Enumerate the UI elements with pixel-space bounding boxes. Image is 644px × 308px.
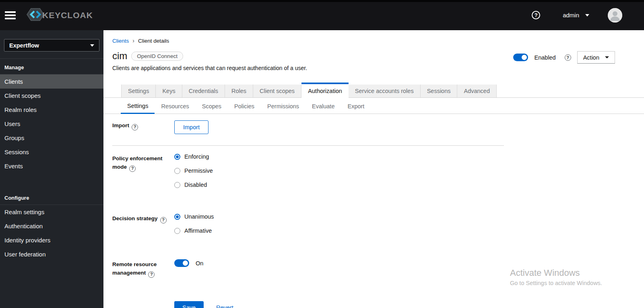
tab-keys[interactable]: Keys <box>156 85 182 98</box>
tabbar-filler <box>497 83 644 98</box>
subtab-settings[interactable]: Settings <box>121 99 155 114</box>
tab-credentials[interactable]: Credentials <box>182 85 225 98</box>
radio-option-disabled[interactable]: Disabled <box>174 182 515 188</box>
hamburger-menu-icon[interactable] <box>5 10 16 21</box>
decision-strategy-options: Unanimous Affirmative <box>174 213 515 242</box>
tab-client-scopes[interactable]: Client scopes <box>253 85 301 98</box>
sidebar-item-events[interactable]: Events <box>0 159 103 173</box>
radio-icon[interactable] <box>174 214 180 220</box>
breadcrumb-current: Client details <box>138 38 169 44</box>
policy-enforcement-mode-row: Policy enforcement mode Enforcing Permis… <box>112 153 515 196</box>
radio-icon[interactable] <box>174 168 180 174</box>
authorization-settings-form: Import Import Policy enforcement mode En… <box>112 120 515 308</box>
header-controls: Enabled Action <box>513 51 615 64</box>
watermark-title: Activate Windows <box>510 268 602 278</box>
form-actions: Save Revert <box>112 301 515 308</box>
keycloak-logo: KEYCLOAK <box>26 8 93 23</box>
toggle-state-label: On <box>196 260 203 267</box>
policy-enforcement-mode-options: Enforcing Permissive Disabled <box>174 153 515 196</box>
tab-roles[interactable]: Roles <box>225 85 253 98</box>
subtab-export[interactable]: Export <box>341 99 371 114</box>
help-icon[interactable] <box>160 217 167 223</box>
decision-strategy-label-col: Decision strategy <box>112 213 174 242</box>
tabbar-spacer <box>103 83 121 98</box>
form-divider <box>112 145 504 146</box>
radio-icon[interactable] <box>174 182 180 188</box>
decision-strategy-row: Decision strategy Unanimous Affirmative <box>112 213 515 242</box>
realm-selector-value: Expertflow <box>9 42 39 49</box>
breadcrumb: Clients Client details <box>112 37 169 44</box>
sidebar-item-identity-providers[interactable]: Identity providers <box>0 233 103 247</box>
help-icon[interactable] <box>132 124 138 130</box>
radio-option-affirmative[interactable]: Affirmative <box>174 227 515 234</box>
main-content: Clients Client details cim OpenID Connec… <box>103 30 644 308</box>
sidebar-item-groups[interactable]: Groups <box>0 131 103 145</box>
help-icon[interactable] <box>129 165 136 172</box>
nav-gap <box>0 173 103 189</box>
tab-sessions[interactable]: Sessions <box>421 85 458 98</box>
tab-authorization[interactable]: Authorization <box>301 83 349 98</box>
sidebar-item-user-federation[interactable]: User federation <box>0 247 103 261</box>
subtabbar-spacer <box>103 99 121 114</box>
help-icon[interactable] <box>148 271 155 278</box>
client-tabs: Settings Keys Credentials Roles Client s… <box>103 83 644 98</box>
nav-section-configure: Configure Realm settings Authentication … <box>0 189 103 261</box>
enabled-label: Enabled <box>534 54 555 61</box>
sidebar-item-sessions[interactable]: Sessions <box>0 145 103 159</box>
avatar[interactable] <box>608 8 622 23</box>
radio-label: Enforcing <box>184 153 209 160</box>
sidebar-nav: Expertflow Manage Clients Client scopes … <box>0 30 103 308</box>
sidebar-item-users[interactable]: Users <box>0 117 103 131</box>
tab-service-accounts-roles[interactable]: Service accounts roles <box>349 85 421 98</box>
enabled-toggle[interactable] <box>513 54 528 61</box>
page-description: Clients are applications and services th… <box>112 65 307 71</box>
action-dropdown-label: Action <box>583 54 599 61</box>
subtab-permissions[interactable]: Permissions <box>261 99 305 114</box>
remote-resource-management-control: On <box>174 259 515 278</box>
sidebar-item-realm-roles[interactable]: Realm roles <box>0 103 103 117</box>
chevron-down-icon[interactable] <box>585 14 589 17</box>
radio-option-unanimous[interactable]: Unanimous <box>174 213 515 220</box>
remote-resource-management-toggle[interactable] <box>174 259 189 267</box>
watermark-subtitle: Go to Settings to activate Windows. <box>510 280 602 286</box>
remote-resource-management-label-col: Remote resource management <box>112 259 174 278</box>
radio-label: Unanimous <box>184 213 214 220</box>
masthead-right: admin <box>532 8 644 23</box>
sidebar-item-authentication[interactable]: Authentication <box>0 219 103 233</box>
sidebar-item-realm-settings[interactable]: Realm settings <box>0 205 103 219</box>
radio-label: Permissive <box>184 167 213 174</box>
chevron-down-icon <box>90 44 94 47</box>
nav-section-title: Manage <box>0 59 103 74</box>
help-icon[interactable] <box>532 11 540 19</box>
realm-selector-block: Expertflow <box>0 30 103 59</box>
radio-icon[interactable] <box>174 154 180 160</box>
tab-settings[interactable]: Settings <box>121 85 156 98</box>
subtab-policies[interactable]: Policies <box>228 99 261 114</box>
import-label: Import <box>112 122 129 128</box>
radio-label: Disabled <box>184 182 207 188</box>
breadcrumb-clients-link[interactable]: Clients <box>112 38 129 44</box>
import-button[interactable]: Import <box>174 120 208 134</box>
revert-button[interactable]: Revert <box>216 304 233 308</box>
tab-advanced[interactable]: Advanced <box>457 85 497 98</box>
import-row: Import Import <box>112 120 515 134</box>
save-button[interactable]: Save <box>174 301 204 308</box>
subtab-evaluate[interactable]: Evaluate <box>305 99 341 114</box>
sidebar-item-client-scopes[interactable]: Client scopes <box>0 89 103 103</box>
radio-icon[interactable] <box>174 228 180 234</box>
radio-label: Affirmative <box>184 227 212 234</box>
radio-option-permissive[interactable]: Permissive <box>174 167 515 174</box>
subtab-resources[interactable]: Resources <box>155 99 195 114</box>
page-title: cim <box>112 50 127 62</box>
decision-strategy-label: Decision strategy <box>112 215 158 221</box>
help-icon[interactable] <box>565 54 571 61</box>
action-dropdown-button[interactable]: Action <box>577 51 615 64</box>
realm-selector[interactable]: Expertflow <box>4 39 99 52</box>
radio-option-enforcing[interactable]: Enforcing <box>174 153 515 160</box>
user-menu-label[interactable]: admin <box>563 12 579 19</box>
subtab-scopes[interactable]: Scopes <box>196 99 228 114</box>
authorization-subtabs: Settings Resources Scopes Policies Permi… <box>103 99 644 114</box>
sidebar-item-clients[interactable]: Clients <box>0 74 103 89</box>
masthead-top-strip <box>0 0 644 2</box>
nav-section-title: Configure <box>0 189 103 205</box>
